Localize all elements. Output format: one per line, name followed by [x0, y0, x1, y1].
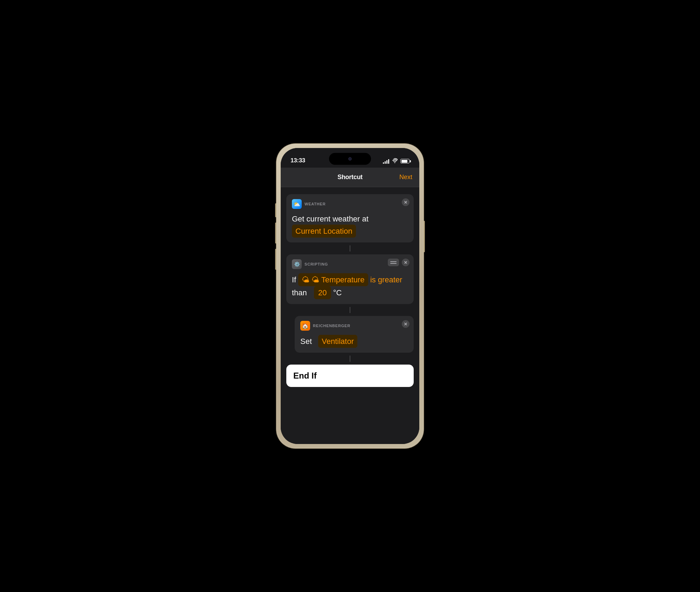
weather-body-prefix: Get current weather at	[292, 214, 369, 223]
weather-category-label: WEATHER	[304, 202, 326, 206]
temperature-label: 🌤 Temperature	[312, 274, 364, 286]
current-location-tag[interactable]: Current Location	[292, 225, 356, 238]
battery-icon	[400, 159, 410, 163]
mute-button[interactable]	[275, 203, 276, 217]
scripting-icon: ⚙️	[292, 259, 302, 269]
connector-3	[350, 355, 350, 362]
signal-icon	[383, 159, 389, 164]
reichenberger-card-body: Set Ventilator	[300, 335, 408, 348]
if-label: If	[292, 275, 296, 284]
page-title: Shortcut	[337, 174, 363, 181]
weather-card: ⛅ WEATHER Get current weather at Current…	[286, 194, 414, 242]
unit-label: °C	[333, 288, 342, 297]
scripting-card-body: If 🌤 🌤 Temperature is greater than 20 °C	[292, 273, 408, 299]
reichenberger-close-button[interactable]	[402, 320, 410, 328]
ventilator-tag[interactable]: Ventilator	[318, 335, 357, 348]
weather-icon: ⛅	[292, 199, 302, 209]
navigation-header: Shortcut Next	[281, 168, 419, 187]
toggle-line-2	[390, 263, 397, 264]
scripting-close-button[interactable]	[402, 259, 410, 266]
signal-bar-3	[386, 160, 387, 164]
reichenberger-card-header: 🏠 REICHENBERGER	[300, 321, 408, 331]
dynamic-island	[329, 153, 371, 165]
signal-bar-4	[388, 159, 389, 164]
set-label: Set	[300, 337, 312, 346]
connector-2	[350, 307, 350, 313]
status-time: 13:33	[290, 157, 305, 164]
signal-bar-2	[385, 161, 386, 164]
weather-card-header: ⛅ WEATHER	[292, 199, 408, 209]
weather-card-body: Get current weather at Current Location	[292, 213, 408, 238]
volume-up-button[interactable]	[275, 223, 276, 244]
weather-close-button[interactable]	[402, 198, 410, 206]
phone-frame: 13:33 Shortcut	[276, 144, 424, 448]
than-label: than	[292, 288, 307, 297]
end-if-card: End If	[286, 365, 414, 387]
scripting-card: ⚙️ SCRIPTING If 🌤 🌤 Temperature is great…	[286, 254, 414, 304]
temp-icon: 🌤	[302, 274, 309, 286]
phone-screen: 13:33 Shortcut	[281, 148, 419, 444]
connector-1	[350, 245, 350, 252]
scripting-toggle-button[interactable]	[388, 259, 399, 266]
temperature-tag[interactable]: 🌤 🌤 Temperature	[298, 273, 368, 286]
wifi-icon	[392, 158, 398, 164]
reichenberger-category-label: REICHENBERGER	[313, 324, 350, 328]
value-tag[interactable]: 20	[314, 286, 331, 299]
reichenberger-card: 🏠 REICHENBERGER Set Ventilator	[295, 316, 414, 353]
status-bar: 13:33	[281, 148, 419, 168]
condition-label: is greater	[370, 275, 402, 284]
scroll-content[interactable]: ⛅ WEATHER Get current weather at Current…	[281, 187, 419, 444]
battery-fill	[401, 160, 408, 163]
camera-dot	[348, 157, 352, 161]
status-icons	[383, 158, 410, 164]
scripting-category-label: SCRIPTING	[304, 262, 328, 266]
end-if-label: End If	[293, 371, 317, 380]
power-button[interactable]	[424, 221, 425, 252]
volume-down-button[interactable]	[275, 249, 276, 270]
home-icon: 🏠	[300, 321, 310, 331]
next-button[interactable]: Next	[399, 174, 412, 181]
toggle-line-1	[390, 261, 397, 262]
signal-bar-1	[383, 162, 384, 164]
